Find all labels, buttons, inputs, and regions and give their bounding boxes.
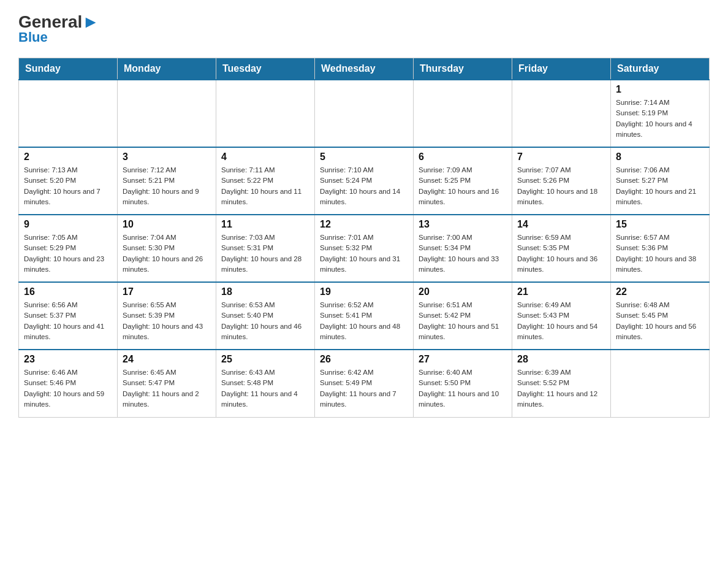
- day-number: 10: [123, 219, 211, 230]
- logo-blue-text: Blue: [18, 29, 48, 45]
- day-number: 26: [320, 354, 408, 365]
- day-cell-2: 2Sunrise: 7:13 AMSunset: 5:20 PMDaylight…: [19, 147, 118, 215]
- day-number: 4: [221, 151, 309, 163]
- day-info: Sunrise: 7:06 AMSunset: 5:27 PMDaylight:…: [616, 165, 704, 207]
- day-info: Sunrise: 7:11 AMSunset: 5:22 PMDaylight:…: [221, 165, 309, 207]
- day-cell-6: 6Sunrise: 7:09 AMSunset: 5:25 PMDaylight…: [414, 147, 512, 215]
- day-number: 22: [616, 286, 704, 297]
- day-number: 25: [221, 354, 309, 365]
- day-number: 15: [616, 219, 704, 230]
- day-cell-21: 21Sunrise: 6:49 AMSunset: 5:43 PMDayligh…: [512, 282, 611, 350]
- empty-cell: [315, 80, 414, 147]
- day-number: 14: [517, 219, 605, 230]
- day-cell-25: 25Sunrise: 6:43 AMSunset: 5:48 PMDayligh…: [216, 350, 315, 417]
- day-info: Sunrise: 6:49 AMSunset: 5:43 PMDaylight:…: [517, 300, 605, 342]
- day-cell-15: 15Sunrise: 6:57 AMSunset: 5:36 PMDayligh…: [611, 215, 710, 282]
- day-number: 28: [517, 354, 605, 365]
- day-number: 21: [517, 286, 605, 297]
- day-number: 16: [24, 286, 112, 297]
- day-number: 24: [123, 354, 211, 365]
- day-info: Sunrise: 6:53 AMSunset: 5:40 PMDaylight:…: [221, 300, 309, 342]
- day-cell-7: 7Sunrise: 7:07 AMSunset: 5:26 PMDaylight…: [512, 147, 611, 215]
- day-info: Sunrise: 7:07 AMSunset: 5:26 PMDaylight:…: [517, 165, 605, 207]
- day-header-saturday: Saturday: [611, 58, 710, 80]
- day-cell-23: 23Sunrise: 6:46 AMSunset: 5:46 PMDayligh…: [19, 350, 118, 417]
- day-header-tuesday: Tuesday: [216, 58, 315, 80]
- day-number: 23: [24, 354, 112, 365]
- calendar-table: SundayMondayTuesdayWednesdayThursdayFrid…: [18, 58, 710, 418]
- logo-arrow: ►: [82, 12, 99, 31]
- day-header-friday: Friday: [512, 58, 611, 80]
- day-info: Sunrise: 6:57 AMSunset: 5:36 PMDaylight:…: [616, 232, 704, 275]
- day-number: 17: [123, 286, 211, 297]
- day-cell-16: 16Sunrise: 6:56 AMSunset: 5:37 PMDayligh…: [19, 282, 118, 350]
- day-number: 19: [320, 286, 408, 297]
- day-cell-13: 13Sunrise: 7:00 AMSunset: 5:34 PMDayligh…: [414, 215, 512, 282]
- empty-cell: [414, 80, 512, 147]
- day-number: 5: [320, 151, 408, 163]
- day-cell-22: 22Sunrise: 6:48 AMSunset: 5:45 PMDayligh…: [611, 282, 710, 350]
- empty-cell: [512, 80, 611, 147]
- day-cell-10: 10Sunrise: 7:04 AMSunset: 5:30 PMDayligh…: [118, 215, 216, 282]
- day-info: Sunrise: 7:10 AMSunset: 5:24 PMDaylight:…: [320, 165, 408, 207]
- day-info: Sunrise: 6:55 AMSunset: 5:39 PMDaylight:…: [123, 300, 211, 342]
- day-number: 13: [419, 219, 507, 230]
- day-cell-5: 5Sunrise: 7:10 AMSunset: 5:24 PMDaylight…: [315, 147, 414, 215]
- day-header-sunday: Sunday: [19, 58, 118, 80]
- day-info: Sunrise: 7:12 AMSunset: 5:21 PMDaylight:…: [123, 165, 211, 207]
- day-info: Sunrise: 7:01 AMSunset: 5:32 PMDaylight:…: [320, 232, 408, 275]
- week-row-1: 1Sunrise: 7:14 AMSunset: 5:19 PMDaylight…: [19, 80, 710, 147]
- day-number: 2: [24, 151, 112, 163]
- day-number: 18: [221, 286, 309, 297]
- calendar-header-row: SundayMondayTuesdayWednesdayThursdayFrid…: [19, 58, 710, 80]
- day-info: Sunrise: 6:52 AMSunset: 5:41 PMDaylight:…: [320, 300, 408, 342]
- day-cell-26: 26Sunrise: 6:42 AMSunset: 5:49 PMDayligh…: [315, 350, 414, 417]
- day-info: Sunrise: 7:05 AMSunset: 5:29 PMDaylight:…: [24, 232, 112, 275]
- day-info: Sunrise: 7:09 AMSunset: 5:25 PMDaylight:…: [419, 165, 507, 207]
- day-info: Sunrise: 7:00 AMSunset: 5:34 PMDaylight:…: [419, 232, 507, 275]
- day-info: Sunrise: 6:40 AMSunset: 5:50 PMDaylight:…: [419, 367, 507, 410]
- day-info: Sunrise: 7:13 AMSunset: 5:20 PMDaylight:…: [24, 165, 112, 207]
- day-number: 1: [616, 84, 704, 95]
- week-row-2: 2Sunrise: 7:13 AMSunset: 5:20 PMDaylight…: [19, 147, 710, 215]
- logo: General► Blue: [18, 12, 99, 45]
- day-cell-20: 20Sunrise: 6:51 AMSunset: 5:42 PMDayligh…: [414, 282, 512, 350]
- day-cell-8: 8Sunrise: 7:06 AMSunset: 5:27 PMDaylight…: [611, 147, 710, 215]
- day-info: Sunrise: 7:14 AMSunset: 5:19 PMDaylight:…: [616, 98, 704, 140]
- day-cell-12: 12Sunrise: 7:01 AMSunset: 5:32 PMDayligh…: [315, 215, 414, 282]
- day-cell-1: 1Sunrise: 7:14 AMSunset: 5:19 PMDaylight…: [611, 80, 710, 147]
- day-cell-18: 18Sunrise: 6:53 AMSunset: 5:40 PMDayligh…: [216, 282, 315, 350]
- week-row-5: 23Sunrise: 6:46 AMSunset: 5:46 PMDayligh…: [19, 350, 710, 417]
- day-info: Sunrise: 7:03 AMSunset: 5:31 PMDaylight:…: [221, 232, 309, 275]
- day-number: 8: [616, 151, 704, 163]
- day-info: Sunrise: 6:43 AMSunset: 5:48 PMDaylight:…: [221, 367, 309, 410]
- day-cell-14: 14Sunrise: 6:59 AMSunset: 5:35 PMDayligh…: [512, 215, 611, 282]
- day-header-thursday: Thursday: [414, 58, 512, 80]
- day-cell-17: 17Sunrise: 6:55 AMSunset: 5:39 PMDayligh…: [118, 282, 216, 350]
- day-cell-24: 24Sunrise: 6:45 AMSunset: 5:47 PMDayligh…: [118, 350, 216, 417]
- day-info: Sunrise: 6:51 AMSunset: 5:42 PMDaylight:…: [419, 300, 507, 342]
- day-number: 7: [517, 151, 605, 163]
- day-info: Sunrise: 7:04 AMSunset: 5:30 PMDaylight:…: [123, 232, 211, 275]
- day-info: Sunrise: 6:46 AMSunset: 5:46 PMDaylight:…: [24, 367, 112, 410]
- day-header-wednesday: Wednesday: [315, 58, 414, 80]
- day-header-monday: Monday: [118, 58, 216, 80]
- empty-cell: [118, 80, 216, 147]
- day-info: Sunrise: 6:48 AMSunset: 5:45 PMDaylight:…: [616, 300, 704, 342]
- day-number: 27: [419, 354, 507, 365]
- day-number: 3: [123, 151, 211, 163]
- day-number: 6: [419, 151, 507, 163]
- day-cell-28: 28Sunrise: 6:39 AMSunset: 5:52 PMDayligh…: [512, 350, 611, 417]
- day-info: Sunrise: 6:42 AMSunset: 5:49 PMDaylight:…: [320, 367, 408, 410]
- day-cell-4: 4Sunrise: 7:11 AMSunset: 5:22 PMDaylight…: [216, 147, 315, 215]
- week-row-3: 9Sunrise: 7:05 AMSunset: 5:29 PMDaylight…: [19, 215, 710, 282]
- empty-cell: [19, 80, 118, 147]
- day-info: Sunrise: 6:39 AMSunset: 5:52 PMDaylight:…: [517, 367, 605, 410]
- day-info: Sunrise: 6:45 AMSunset: 5:47 PMDaylight:…: [123, 367, 211, 410]
- day-number: 20: [419, 286, 507, 297]
- day-number: 9: [24, 219, 112, 230]
- empty-cell: [216, 80, 315, 147]
- day-cell-19: 19Sunrise: 6:52 AMSunset: 5:41 PMDayligh…: [315, 282, 414, 350]
- day-cell-9: 9Sunrise: 7:05 AMSunset: 5:29 PMDaylight…: [19, 215, 118, 282]
- empty-cell: [611, 350, 710, 417]
